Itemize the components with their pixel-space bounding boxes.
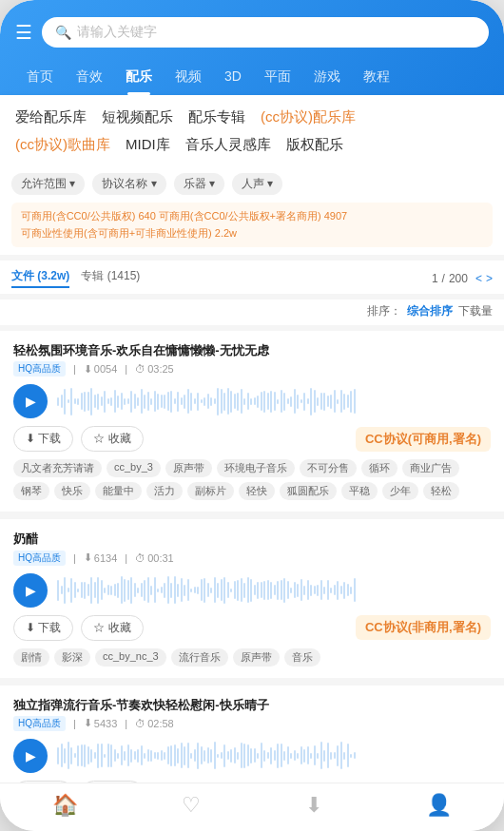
header-top: ☰ 🔍 请输入关键字 — [15, 17, 489, 48]
quality-badge-1: HQ高品质 — [13, 361, 66, 377]
filter-range[interactable]: 允许范围 ▾ — [11, 173, 85, 195]
tag[interactable]: 环境电子音乐 — [217, 459, 295, 477]
sort-row: 排序： 综合排序 下载量 — [0, 300, 504, 325]
favorite-btn-2[interactable]: ☆ 收藏 — [81, 615, 143, 641]
sort-comprehensive[interactable]: 综合排序 — [407, 303, 453, 319]
music-meta-1: HQ高品质 | ⬇ 0054 | ⏱ 03:25 — [13, 361, 491, 377]
tag[interactable]: 能量中 — [95, 482, 142, 500]
search-icon: 🔍 — [55, 25, 71, 40]
tag[interactable]: 音乐 — [284, 648, 320, 667]
tag[interactable]: 轻松 — [423, 482, 459, 500]
file-counts-row: 文件 (3.2w) 专辑 (1415) 1 / 200 < > — [0, 261, 504, 294]
filter-tags-row: 允许范围 ▾ 协议名称 ▾ 乐器 ▾ 人声 ▾ — [11, 173, 493, 195]
tag[interactable]: 副标片 — [187, 482, 234, 500]
nav-home[interactable]: 🏠 — [37, 793, 93, 818]
duration-1: ⏱ 03:25 — [135, 363, 174, 375]
music-title-3: 独立指弹流行音乐-节奏欢快轻松慰闲-快乐晴子 — [13, 697, 491, 714]
tab-graphic[interactable]: 平面 — [253, 63, 302, 95]
tab-game[interactable]: 游戏 — [302, 63, 352, 95]
filter-protocol[interactable]: 协议名称 ▾ — [92, 173, 165, 195]
tab-files[interactable]: 文件 (3.2w) — [11, 268, 69, 288]
filter-bar: 允许范围 ▾ 协议名称 ▾ 乐器 ▾ 人声 ▾ 可商用(含CC0/公共版权) 6… — [0, 164, 504, 255]
nav-profile[interactable]: 👤 — [411, 793, 467, 818]
tag[interactable]: 原声带 — [165, 459, 212, 477]
search-placeholder: 请输入关键字 — [77, 24, 157, 41]
user-icon: 👤 — [426, 793, 452, 818]
next-page[interactable]: > — [486, 272, 493, 285]
tag[interactable]: 剧情 — [13, 648, 49, 667]
favorite-btn-1[interactable]: ☆ 收藏 — [81, 426, 143, 452]
bottom-nav: 🏠 ♡ ⬇ 👤 — [0, 783, 504, 831]
quality-badge-2: HQ高品质 — [13, 551, 66, 566]
play-button-1[interactable]: ▶ — [13, 384, 48, 418]
sort-downloads[interactable]: 下载量 — [458, 303, 493, 319]
music-card-2: 奶醋 HQ高品质 | ⬇ 6134 | ⏱ 00:31 ▶ ⬇ 下载 ☆ 收藏 … — [0, 519, 504, 677]
tag[interactable]: 凡文者充芳请请 — [13, 459, 102, 477]
waveform-1 — [57, 384, 491, 418]
download-btn-2[interactable]: ⬇ 下载 — [13, 615, 73, 641]
tag[interactable]: 循环 — [361, 459, 397, 477]
nav-tabs: 首页 音效 配乐 视频 3D 平面 游戏 教程 — [15, 59, 489, 95]
duration-3: ⏱ 02:58 — [135, 718, 174, 729]
player-row-2: ▶ — [13, 573, 491, 608]
tag[interactable]: 活力 — [146, 482, 183, 500]
tag[interactable]: 平稳 — [341, 482, 378, 500]
sub-menu-cc-song[interactable]: (cc协议)歌曲库 — [15, 136, 110, 154]
tag[interactable]: 轻快 — [239, 482, 275, 500]
tab-music[interactable]: 配乐 — [114, 63, 164, 95]
search-bar[interactable]: 🔍 请输入关键字 — [42, 17, 489, 48]
nav-favorite[interactable]: ♡ — [166, 793, 216, 818]
music-title-2: 奶醋 — [13, 531, 491, 548]
downloads-1: ⬇ 0054 — [84, 363, 117, 376]
tag[interactable]: 原声带 — [233, 648, 280, 667]
tag[interactable]: 影深 — [54, 648, 90, 667]
sub-menu-row2: (cc协议)歌曲库 MIDI库 音乐人灵感库 版权配乐 — [15, 136, 489, 154]
tag[interactable]: 狐圆配乐 — [280, 482, 337, 500]
tag[interactable]: cc_by_3 — [107, 459, 161, 477]
tag[interactable]: 钢琴 — [13, 482, 49, 500]
waveform-3 — [57, 739, 491, 773]
tab-3d[interactable]: 3D — [213, 63, 253, 95]
file-tabs: 文件 (3.2w) 专辑 (1415) — [11, 268, 140, 288]
tag-row-1: 凡文者充芳请请 cc_by_3 原声带 环境电子音乐 不可分售 循环 商业广告 … — [13, 459, 491, 500]
prev-page[interactable]: < — [475, 272, 482, 285]
play-button-2[interactable]: ▶ — [13, 573, 48, 608]
nav-download[interactable]: ⬇ — [290, 793, 338, 818]
tag-row-2: 剧情 影深 cc_by_nc_3 流行音乐 原声带 音乐 — [13, 648, 491, 667]
sub-menu-short-video[interactable]: 短视频配乐 — [102, 108, 173, 126]
action-btns-2: ⬇ 下载 ☆ 收藏 — [13, 615, 144, 641]
sub-menu-inspiration[interactable]: 音乐人灵感库 — [185, 136, 271, 154]
tab-tutorial[interactable]: 教程 — [352, 63, 401, 95]
home-icon: 🏠 — [52, 793, 78, 818]
phone-container: ☰ 🔍 请输入关键字 首页 音效 配乐 视频 3D 平面 游戏 教程 爱给配乐库… — [0, 0, 504, 831]
sub-menu-music-lib[interactable]: 爱给配乐库 — [15, 108, 87, 126]
tab-video[interactable]: 视频 — [164, 63, 213, 95]
tab-albums[interactable]: 专辑 (1415) — [81, 268, 140, 288]
filter-vocal[interactable]: 人声 ▾ — [232, 173, 282, 195]
action-row-1: ⬇ 下载 ☆ 收藏 CC协议(可商用,署名) — [13, 426, 491, 452]
tab-sound[interactable]: 音效 — [65, 63, 114, 95]
cc-badge-2: CC协议(非商用,署名) — [356, 615, 491, 640]
tag[interactable]: 商业广告 — [402, 459, 459, 477]
tag[interactable]: cc_by_nc_3 — [95, 648, 166, 667]
play-button-3[interactable]: ▶ — [13, 739, 48, 773]
tag[interactable]: 不可分售 — [300, 459, 357, 477]
sub-menu-copyright[interactable]: 版权配乐 — [286, 136, 343, 154]
download-btn-1[interactable]: ⬇ 下载 — [13, 426, 73, 452]
sub-menu-midi[interactable]: MIDI库 — [126, 136, 170, 154]
sub-menu-cc-music[interactable]: (cc协议)配乐库 — [261, 108, 356, 126]
page-info: 1 / 200 < > — [432, 272, 493, 285]
action-row-2: ⬇ 下载 ☆ 收藏 CC协议(非商用,署名) — [13, 615, 491, 641]
tab-home[interactable]: 首页 — [15, 63, 65, 95]
music-meta-2: HQ高品质 | ⬇ 6134 | ⏱ 00:31 — [13, 551, 491, 566]
tag[interactable]: 少年 — [382, 482, 418, 500]
filter-instrument[interactable]: 乐器 ▾ — [174, 173, 224, 195]
content-area: 允许范围 ▾ 协议名称 ▾ 乐器 ▾ 人声 ▾ 可商用(含CC0/公共版权) 6… — [0, 164, 504, 831]
sub-menu: 爱给配乐库 短视频配乐 配乐专辑 (cc协议)配乐库 (cc协议)歌曲库 MID… — [0, 95, 504, 164]
tag[interactable]: 流行音乐 — [171, 648, 228, 667]
license-line1: 可商用(含CC0/公共版权) 640 可商用(含CC0/公共版权+署名商用) 4… — [21, 208, 483, 225]
sub-menu-album[interactable]: 配乐专辑 — [188, 108, 245, 126]
menu-icon[interactable]: ☰ — [15, 21, 32, 44]
player-row-3: ▶ — [13, 739, 491, 773]
tag[interactable]: 快乐 — [54, 482, 90, 500]
